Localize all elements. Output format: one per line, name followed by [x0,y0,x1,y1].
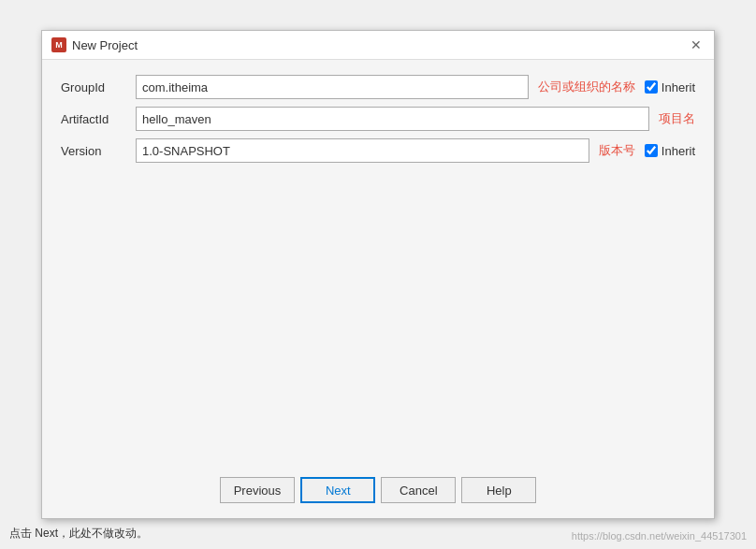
content-spacer [42,185,714,466]
version-inherit-checkbox[interactable] [645,144,658,157]
desktop: M New Project ✕ GroupId 公司或组织的名称 Inherit… [0,0,756,549]
title-bar: M New Project ✕ [42,31,714,60]
app-icon: M [51,37,66,52]
button-row: Previous Next Cancel Help [42,466,714,518]
previous-button[interactable]: Previous [220,477,296,503]
artifactid-annotation: 项目名 [659,110,695,127]
groupid-inherit-text: Inherit [662,80,695,94]
next-button[interactable]: Next [300,477,375,503]
cancel-button[interactable]: Cancel [381,477,456,503]
groupid-input[interactable] [136,75,529,99]
form-content: GroupId 公司或组织的名称 Inherit ArtifactId 项目名 … [42,60,714,185]
new-project-dialog: M New Project ✕ GroupId 公司或组织的名称 Inherit… [41,30,715,519]
dialog-title: New Project [72,38,138,52]
version-inherit-text: Inherit [662,144,695,158]
groupid-annotation: 公司或组织的名称 [538,79,635,95]
version-input[interactable] [136,138,589,163]
version-annotation: 版本号 [599,142,635,159]
version-inherit-label: Inherit [645,144,695,158]
groupid-row: GroupId 公司或组织的名称 Inherit [61,75,695,99]
artifactid-row: ArtifactId 项目名 [61,107,695,131]
version-row: Version 版本号 Inherit [61,138,695,163]
watermark: https://blog.csdn.net/weixin_44517301 [572,530,747,542]
artifactid-label: ArtifactId [61,112,136,126]
bottom-note: 点击 Next，此处不做改动。 [9,526,148,542]
version-label: Version [61,144,136,158]
artifactid-input[interactable] [136,107,649,131]
close-button[interactable]: ✕ [688,36,705,53]
groupid-inherit-checkbox[interactable] [645,80,658,94]
title-bar-left: M New Project [51,37,138,52]
groupid-inherit-label: Inherit [645,80,695,94]
help-button[interactable]: Help [461,477,536,503]
groupid-label: GroupId [61,80,136,94]
